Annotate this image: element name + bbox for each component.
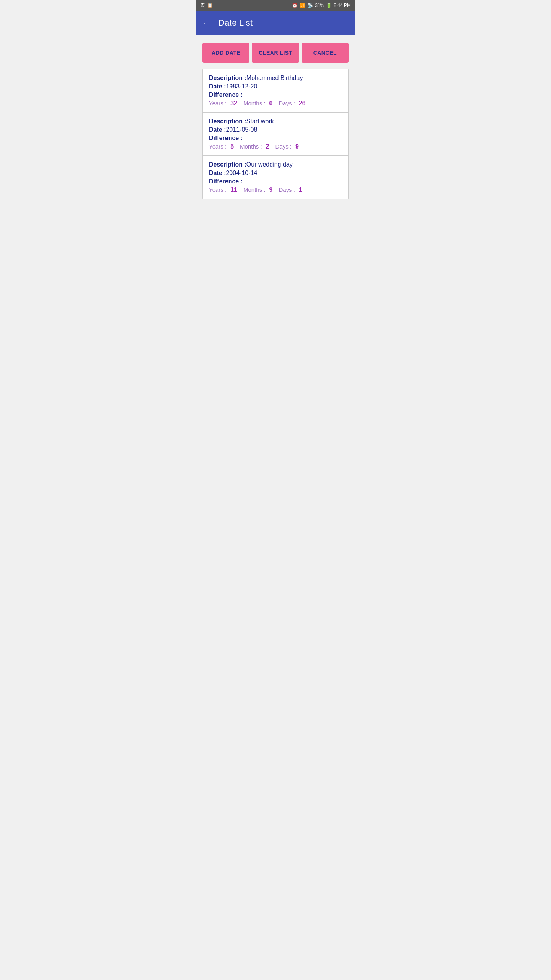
days-segment-1: Days : 26 [279, 100, 305, 107]
battery-percent: 31% [315, 3, 324, 8]
sim-icon: 📋 [207, 3, 213, 8]
days-val-1: 26 [299, 100, 306, 107]
months-segment-1: Months : 6 [243, 100, 272, 107]
diff-label-1: Difference : [209, 91, 342, 98]
months-val-2: 2 [266, 143, 269, 150]
years-val-3: 11 [230, 186, 237, 193]
description-row-2: Description : Start work [209, 118, 342, 125]
date-item-1: Description : Mohammed Birthday Date : 1… [203, 69, 348, 113]
description-label-1: Description : [209, 75, 246, 82]
days-key-1: Days : [279, 100, 295, 106]
date-list: Description : Mohammed Birthday Date : 1… [202, 69, 349, 199]
description-label-3: Description : [209, 161, 246, 168]
months-key-1: Months : [243, 100, 266, 106]
status-bar: 🖼 📋 ⏰ 📶 📡 31% 🔋 8:44 PM [196, 0, 355, 11]
date-row-1: Date : 1983-12-20 [209, 83, 342, 90]
date-value-2: 2011-05-08 [226, 126, 257, 133]
signal-icon: 📡 [307, 3, 313, 8]
date-label-2: Date : [209, 126, 226, 133]
years-val-2: 5 [230, 143, 234, 150]
image-icon: 🖼 [200, 3, 205, 8]
date-value-3: 2004-10-14 [226, 170, 257, 176]
action-buttons: ADD DATE CLEAR LIST CANCEL [202, 43, 349, 63]
years-key-3: Years : [209, 186, 227, 193]
cancel-button[interactable]: CANCEL [302, 43, 349, 63]
diff-row-3: Years : 11 Months : 9 Days : 1 [209, 186, 342, 193]
days-key-3: Days : [279, 186, 295, 193]
years-val-1: 32 [230, 100, 237, 107]
date-label-1: Date : [209, 83, 226, 90]
days-key-2: Days : [276, 143, 292, 150]
date-item-3: Description : Our wedding day Date : 200… [203, 156, 348, 199]
description-value-1: Mohammed Birthday [246, 75, 303, 82]
battery-icon: 🔋 [326, 3, 332, 8]
clear-list-button[interactable]: CLEAR LIST [252, 43, 299, 63]
months-segment-3: Months : 9 [243, 186, 272, 193]
description-value-3: Our wedding day [246, 161, 293, 168]
diff-row-2: Years : 5 Months : 2 Days : 9 [209, 143, 342, 150]
years-key-2: Years : [209, 143, 227, 150]
years-segment-1: Years : 32 [209, 100, 237, 107]
date-value-1: 1983-12-20 [226, 83, 257, 90]
add-date-button[interactable]: ADD DATE [202, 43, 249, 63]
wifi-icon: 📶 [300, 3, 305, 8]
years-segment-2: Years : 5 [209, 143, 234, 150]
days-val-2: 9 [295, 143, 299, 150]
header: ← Date List [196, 11, 355, 35]
back-button[interactable]: ← [202, 18, 211, 28]
date-row-3: Date : 2004-10-14 [209, 170, 342, 176]
months-key-2: Months : [240, 143, 262, 150]
description-row-3: Description : Our wedding day [209, 161, 342, 168]
months-val-3: 9 [269, 186, 272, 193]
date-label-3: Date : [209, 170, 226, 176]
description-value-2: Start work [246, 118, 274, 125]
diff-label-3: Difference : [209, 178, 342, 185]
alarm-icon: ⏰ [292, 3, 298, 8]
date-item-2: Description : Start work Date : 2011-05-… [203, 113, 348, 156]
status-bar-left-icons: 🖼 📋 [200, 3, 213, 8]
months-val-1: 6 [269, 100, 272, 107]
description-label-2: Description : [209, 118, 246, 125]
months-segment-2: Months : 2 [240, 143, 269, 150]
days-segment-3: Days : 1 [279, 186, 302, 193]
page-title: Date List [218, 18, 253, 28]
days-val-3: 1 [299, 186, 302, 193]
date-row-2: Date : 2011-05-08 [209, 126, 342, 133]
status-bar-right-icons: ⏰ 📶 📡 31% 🔋 8:44 PM [292, 3, 351, 8]
content-area: ADD DATE CLEAR LIST CANCEL Description :… [196, 35, 355, 207]
years-segment-3: Years : 11 [209, 186, 237, 193]
diff-label-2: Difference : [209, 135, 342, 142]
years-key-1: Years : [209, 100, 227, 106]
months-key-3: Months : [243, 186, 266, 193]
clock: 8:44 PM [334, 3, 351, 8]
diff-row-1: Years : 32 Months : 6 Days : 26 [209, 100, 342, 107]
description-row-1: Description : Mohammed Birthday [209, 75, 342, 82]
days-segment-2: Days : 9 [276, 143, 299, 150]
